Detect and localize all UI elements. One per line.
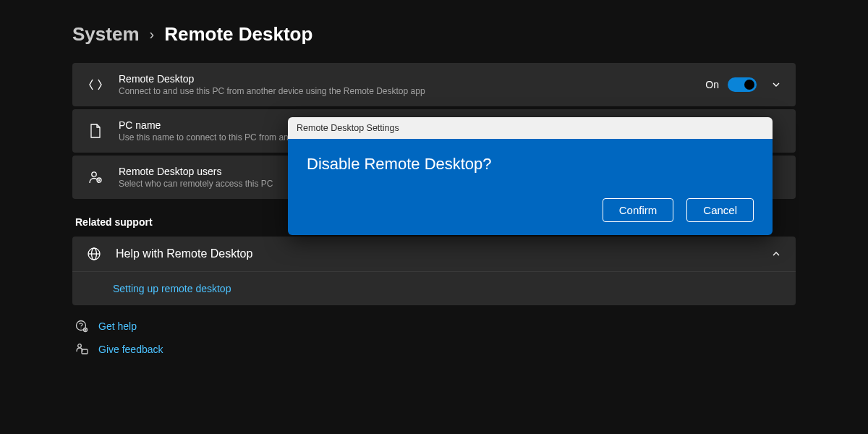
breadcrumb-root[interactable]: System	[72, 23, 140, 46]
dialog-heading: Disable Remote Desktop?	[307, 155, 754, 174]
help-card: Help with Remote Desktop Setting up remo…	[72, 237, 796, 305]
toggle-knob	[744, 80, 754, 90]
dialog-buttons: Confirm Cancel	[307, 198, 754, 222]
card-title: Remote Desktop	[119, 73, 691, 85]
footer-links: Get help Give feedback	[72, 320, 796, 356]
cancel-button[interactable]: Cancel	[686, 198, 754, 222]
help-body: Setting up remote desktop	[72, 271, 796, 305]
chevron-down-icon[interactable]	[771, 80, 781, 90]
remote-desktop-toggle[interactable]	[728, 77, 757, 92]
help-icon	[75, 320, 88, 333]
chevron-up-icon	[771, 249, 781, 259]
remote-desktop-card[interactable]: Remote Desktop Connect to and use this P…	[72, 63, 796, 106]
give-feedback-link[interactable]: Give feedback	[98, 344, 163, 355]
chevron-right-icon: ›	[150, 26, 155, 43]
svg-point-5	[80, 328, 81, 328]
globe-icon	[87, 247, 101, 261]
confirm-button[interactable]: Confirm	[603, 198, 674, 222]
get-help-link[interactable]: Get help	[98, 320, 137, 332]
help-link-setup[interactable]: Setting up remote desktop	[113, 283, 231, 294]
svg-point-7	[78, 344, 82, 348]
card-subtitle: Connect to and use this PC from another …	[119, 86, 691, 96]
card-texts: Remote Desktop Connect to and use this P…	[119, 73, 691, 96]
breadcrumb: System › Remote Desktop	[72, 23, 796, 46]
toggle-state-label: On	[705, 79, 719, 90]
document-icon	[87, 124, 104, 138]
dialog-titlebar: Remote Desktop Settings	[288, 117, 773, 139]
dialog-body: Disable Remote Desktop? Confirm Cancel	[288, 139, 773, 235]
users-icon	[87, 170, 104, 184]
remote-desktop-icon	[87, 77, 104, 92]
svg-point-0	[92, 172, 96, 176]
help-title: Help with Remote Desktop	[116, 247, 757, 260]
breadcrumb-leaf: Remote Desktop	[164, 23, 312, 46]
get-help-row[interactable]: Get help	[75, 320, 796, 333]
give-feedback-row[interactable]: Give feedback	[75, 343, 796, 356]
toggle-holder: On	[705, 77, 781, 92]
help-header[interactable]: Help with Remote Desktop	[72, 237, 796, 271]
disable-remote-desktop-dialog: Remote Desktop Settings Disable Remote D…	[288, 117, 773, 235]
feedback-icon	[75, 343, 88, 356]
